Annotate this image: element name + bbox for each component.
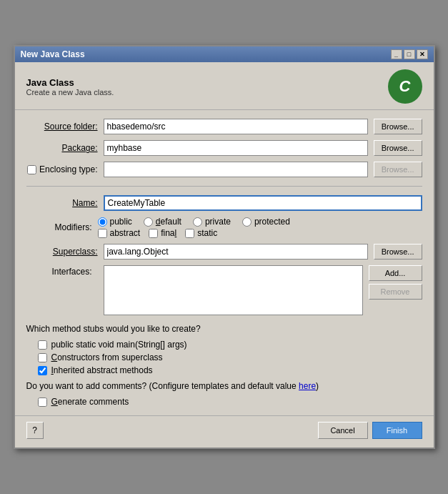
superclass-browse-button[interactable]: Browse...: [374, 244, 422, 260]
source-folder-input[interactable]: [104, 119, 368, 134]
enclosing-type-label: Enclosing type:: [39, 164, 97, 174]
package-browse-button[interactable]: Browse...: [374, 140, 422, 156]
title-bar-controls: _ □ ✕: [391, 49, 428, 59]
dialog-header: Java Class Create a new Java class. C: [15, 62, 434, 110]
header-text: Java Class Create a new Java class.: [26, 77, 114, 97]
dialog-title: New Java Class: [21, 49, 85, 59]
enclosing-type-input[interactable]: [104, 162, 368, 177]
enclosing-type-checkbox[interactable]: [27, 165, 36, 174]
package-row: Package: Browse...: [26, 140, 422, 156]
comments-section: Do you want to add comments? (Configure …: [26, 381, 422, 391]
name-row: Name:: [26, 195, 422, 211]
finish-button[interactable]: Finish: [372, 422, 422, 439]
divider-1: [26, 186, 422, 187]
name-input[interactable]: [104, 195, 422, 211]
header-subtitle: Create a new Java class.: [26, 88, 114, 97]
title-bar: New Java Class _ □ ✕: [15, 46, 434, 62]
modifiers-row: Modifiers: public ddefaultefault private: [26, 217, 422, 238]
interfaces-label: Interfaces:: [26, 265, 98, 277]
superclass-input[interactable]: [104, 244, 368, 260]
source-folder-row: Source folder: Browse...: [26, 119, 422, 134]
modifier-protected[interactable]: protected: [242, 217, 290, 227]
modifier-private[interactable]: private: [193, 217, 231, 227]
stub-inherited[interactable]: Inherited abstract methods: [38, 365, 422, 375]
header-title: Java Class: [26, 77, 114, 88]
modifier-static[interactable]: static: [185, 228, 217, 238]
enclosing-type-row: Enclosing type: Browse...: [26, 162, 422, 177]
stubs-question: Which method stubs would you like to cre…: [26, 324, 422, 334]
modifiers-label: Modifiers:: [26, 222, 98, 232]
source-folder-label: Source folder:: [26, 122, 98, 132]
source-folder-browse-button[interactable]: Browse...: [374, 119, 422, 134]
enclosing-type-browse-button[interactable]: Browse...: [374, 162, 422, 177]
java-icon: C: [388, 69, 422, 104]
comments-link[interactable]: here: [299, 381, 316, 391]
modifiers-options: public ddefaultefault private protected: [98, 217, 290, 238]
close-button[interactable]: ✕: [417, 49, 428, 59]
modifier-public[interactable]: public: [98, 217, 132, 227]
name-label: Name:: [26, 198, 98, 208]
modifier-default[interactable]: ddefaultefault: [144, 217, 181, 227]
help-button[interactable]: ?: [26, 422, 44, 439]
visibility-radio-group: public ddefaultefault private protected: [98, 217, 290, 227]
bottom-buttons: ? Cancel Finish: [15, 415, 434, 448]
comments-question-text: Do you want to add comments? (Configure …: [26, 381, 299, 391]
maximize-button[interactable]: □: [404, 49, 415, 59]
minimize-button[interactable]: _: [391, 49, 402, 59]
modifier-check-group: abstract final static: [98, 228, 290, 238]
stub-constructors[interactable]: Constructors from superclass: [38, 352, 422, 362]
superclass-row: Superclass: Browse...: [26, 244, 422, 260]
interfaces-row: Interfaces: Add... Remove: [26, 265, 422, 315]
remove-interface-button[interactable]: Remove: [369, 284, 422, 300]
generate-comments-label[interactable]: Generate comments: [38, 397, 422, 407]
modifier-abstract[interactable]: abstract: [98, 228, 141, 238]
modifier-final[interactable]: final: [149, 228, 176, 238]
stubs-section: public static void main(String[] args) C…: [38, 340, 422, 375]
generate-comments-row: Generate comments: [38, 397, 422, 407]
stub-main[interactable]: public static void main(String[] args): [38, 340, 422, 350]
add-interface-button[interactable]: Add...: [369, 265, 422, 281]
superclass-label: Superclass:: [26, 247, 98, 257]
cancel-button[interactable]: Cancel: [318, 422, 368, 439]
package-label: Package:: [26, 143, 98, 153]
dialog-body: Source folder: Browse... Package: Browse…: [15, 110, 434, 415]
interfaces-box: [104, 265, 363, 315]
new-java-class-dialog: New Java Class _ □ ✕ Java Class Create a…: [14, 45, 435, 449]
interfaces-buttons: Add... Remove: [369, 265, 422, 300]
package-input[interactable]: [104, 140, 368, 156]
